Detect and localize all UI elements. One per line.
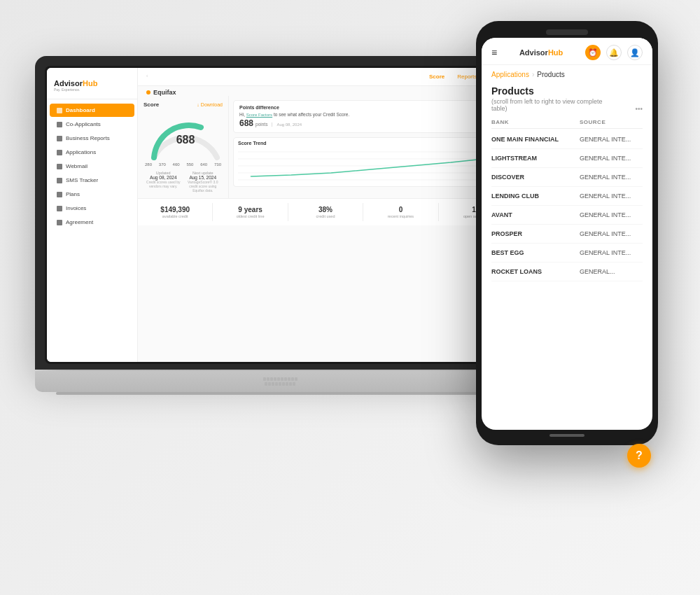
trend-chart-svg — [238, 148, 504, 183]
nav-applications-label: Applications — [66, 149, 96, 155]
table-row[interactable]: ONE MAIN FINANCIAL GENERAL INTE... — [491, 130, 643, 149]
nav-dashboard[interactable]: Dashboard — [50, 104, 134, 117]
source-name: GENERAL... — [580, 268, 643, 275]
agreement-icon — [57, 220, 62, 225]
key — [265, 382, 267, 386]
nav-webmail[interactable]: Webmail — [50, 160, 134, 173]
home-indicator — [550, 434, 584, 437]
bank-name: LIGHTSTREAM — [491, 155, 580, 162]
download-button[interactable]: ↓ Download — [197, 102, 223, 107]
key — [279, 382, 281, 386]
plans-icon — [57, 192, 62, 197]
nav-smstracker[interactable]: SMS Tracker — [50, 174, 134, 187]
score-dates: Updated Aug 08, 2024 Credit scores used … — [144, 171, 223, 192]
key — [282, 382, 285, 386]
stat-value-0: $149,390 — [141, 206, 209, 214]
breadcrumb-current: Products — [537, 71, 564, 78]
bureau-name: Equifax — [153, 89, 176, 96]
nav-coapplicants[interactable]: Co-Applicants — [50, 118, 134, 131]
bell-icon-btn[interactable]: 🔔 — [606, 45, 622, 60]
nav-plans-label: Plans — [66, 191, 80, 197]
hamburger-icon[interactable]: ≡ — [491, 47, 497, 58]
points-diff-title: Points difference — [239, 105, 503, 110]
points-body: to see what affects your Credit Score. — [274, 112, 349, 117]
key — [274, 377, 276, 381]
stat-label-1: oldest credit line — [216, 214, 284, 218]
nav-bizreports[interactable]: Business Reports — [50, 132, 134, 145]
bureau-header: Equifax — [138, 86, 513, 96]
nav-smstracker-label: SMS Tracker — [66, 177, 98, 183]
hi-text: Hi, — [239, 112, 245, 117]
score-content-row: Score ↓ Download — [138, 96, 513, 198]
key-row-1 — [84, 377, 476, 381]
bank-name: PROSPER — [491, 230, 580, 237]
key — [286, 382, 288, 386]
table-row[interactable]: ROCKET LOANS GENERAL... — [491, 262, 643, 281]
chevron-left[interactable]: ‹ — [146, 72, 148, 81]
nav-applications[interactable]: Applications — [50, 146, 134, 159]
table-row[interactable]: DISCOVER GENERAL INTE... — [491, 168, 643, 187]
bank-name: DISCOVER — [491, 174, 580, 181]
stat-value-2: 38% — [291, 206, 360, 214]
mobile-section-sub: (scroll from left to right to view compl… — [482, 98, 652, 116]
breadcrumb-parent[interactable]: Applications — [491, 71, 529, 78]
mobile-breadcrumb: Applications › Products — [482, 65, 652, 81]
gauge-score-value: 688 — [176, 134, 195, 146]
tab-score[interactable]: Score — [426, 72, 447, 81]
user-icon-btn[interactable]: 👤 — [627, 45, 643, 60]
bank-name: ONE MAIN FINANCIAL — [491, 136, 580, 143]
table-row[interactable]: LIGHTSTREAM GENERAL INTE... — [491, 149, 643, 168]
main-header: ‹ Score Reports Mo... — [138, 68, 513, 86]
mobile-products-table: BANK SOURCE ONE MAIN FINANCIAL GENERAL I… — [482, 116, 652, 281]
more-options-icon[interactable]: ••• — [635, 105, 643, 113]
key — [272, 382, 274, 386]
mobile-topbar-icons: ⏰ 🔔 👤 — [585, 45, 643, 60]
nav-invoices-label: Invoices — [66, 205, 86, 211]
laptop-trackpad — [56, 392, 504, 395]
nav-invoices[interactable]: Invoices — [50, 202, 134, 215]
key — [293, 382, 295, 386]
gauge-container: 688 — [144, 112, 227, 161]
table-row[interactable]: PROSPER GENERAL INTE... — [491, 225, 643, 244]
source-name: GENERAL INTE... — [580, 249, 643, 256]
keyboard-rows — [84, 377, 476, 386]
updated-value: Aug 08, 2024 — [144, 175, 183, 180]
source-name: GENERAL INTE... — [580, 174, 643, 181]
stat-label-3: recent inquiries — [366, 214, 435, 218]
key — [289, 382, 292, 386]
bank-name: ROCKET LOANS — [491, 268, 580, 275]
bank-name: AVANT — [491, 211, 580, 218]
nav-agreement-label: Agreement — [66, 219, 93, 225]
stat-label-2: credit used — [291, 214, 360, 218]
scene: AdvisorHub Pay. Experience. Dashboard Co… — [0, 0, 700, 595]
stats-bar: $149,390 available credit 9 years oldest… — [138, 198, 513, 225]
help-button[interactable]: ? — [627, 444, 651, 468]
stat-value-3: 0 — [366, 206, 435, 214]
nav-coapplicants-label: Co-Applicants — [66, 121, 101, 127]
key-row-2 — [84, 382, 476, 386]
stat-credit-used: 38% credit used — [288, 203, 363, 221]
users-icon — [57, 122, 62, 127]
bank-name: LENDING CLUB — [491, 192, 580, 200]
mobile-screen: ≡ AdvisorHub ⏰ 🔔 👤 Applications › Produc… — [482, 38, 652, 430]
sub-line2: table) — [491, 105, 507, 112]
next-value: Aug 15, 2024 — [183, 175, 223, 180]
score-label-460: 460 — [173, 162, 180, 167]
key — [263, 377, 266, 381]
alert-icon-btn[interactable]: ⏰ — [585, 45, 601, 60]
table-row[interactable]: LENDING CLUB GENERAL INTE... — [491, 187, 643, 206]
score-note: Credit scores used by vendors may vary. — [144, 180, 183, 188]
score-factors-link[interactable]: Score Factors — [246, 113, 272, 117]
trend-month-label: Aug 2024 — [238, 186, 504, 190]
updated-date-item: Updated Aug 08, 2024 Credit scores used … — [144, 171, 183, 192]
nav-agreement[interactable]: Agreement — [50, 216, 134, 229]
mobile-outer: ≡ AdvisorHub ⏰ 🔔 👤 Applications › Produc… — [476, 21, 658, 445]
key — [284, 377, 287, 381]
table-row[interactable]: BEST EGG GENERAL INTE... — [491, 244, 643, 262]
laptop-logo: AdvisorHub — [54, 79, 130, 88]
stat-value-1: 9 years — [216, 206, 284, 214]
score-trend-card: Score Trend — [233, 137, 509, 187]
breadcrumb-separator: › — [532, 71, 534, 78]
table-row[interactable]: AVANT GENERAL INTE... — [491, 206, 643, 225]
nav-plans[interactable]: Plans — [50, 188, 134, 201]
